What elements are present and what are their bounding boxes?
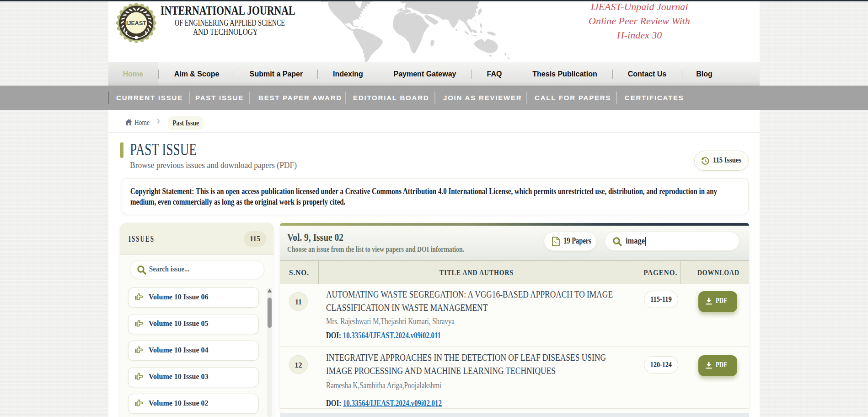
svg-text:IJEAST: IJEAST bbox=[126, 20, 146, 27]
